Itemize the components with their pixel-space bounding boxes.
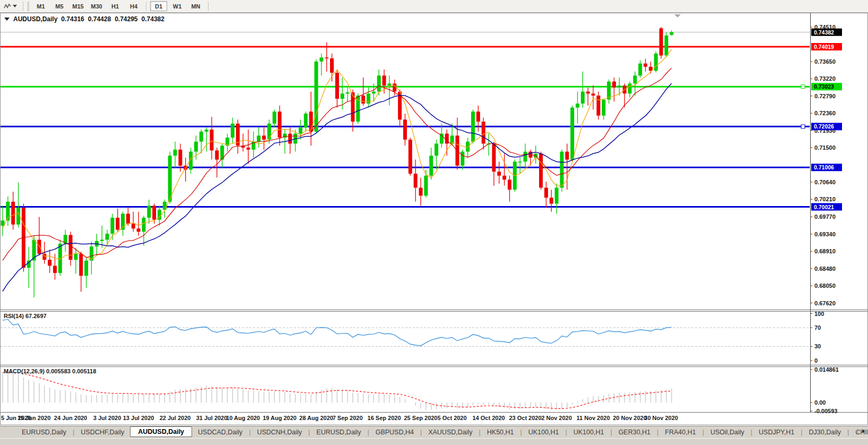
chart-tab-hk50-h1[interactable]: HK50,H1 — [481, 427, 520, 437]
svg-text:16 Sep 2020: 16 Sep 2020 — [368, 415, 401, 421]
draw-tool-button[interactable] — [0, 1, 21, 12]
svg-text:25 Sep 2020: 25 Sep 2020 — [404, 415, 438, 421]
toolbar-separator — [23, 2, 23, 11]
svg-text:11 Nov 2020: 11 Nov 2020 — [577, 415, 610, 421]
svg-text:0.73220: 0.73220 — [814, 75, 836, 82]
svg-text:0: 0 — [814, 357, 818, 364]
chart-tab-fra40-h1[interactable]: FRA40,H1 — [659, 427, 701, 437]
chart-tabs: EURUSD,Daily|USDCHF,DailyAUDUSD,DailyUSD… — [16, 427, 868, 438]
chart-tab-usdcnh-daily[interactable]: USDCNH,Daily — [251, 427, 308, 437]
svg-text:19 Aug 2020: 19 Aug 2020 — [263, 415, 297, 421]
svg-text:5 Oct 2020: 5 Oct 2020 — [438, 415, 467, 421]
tab-scroll-arrows — [855, 429, 865, 433]
scroll-left-icon[interactable] — [855, 429, 858, 433]
status-bar — [0, 438, 868, 445]
zigzag-draw-icon — [4, 3, 11, 10]
svg-text:0.72360: 0.72360 — [814, 110, 836, 116]
chart-tab-usdjpy-h1[interactable]: USDJPY,H1 — [753, 427, 800, 437]
chart-tab-uk100-h1[interactable]: UK100,H1 — [568, 427, 610, 437]
svg-text:0.70640: 0.70640 — [814, 179, 836, 185]
svg-text:0.71500: 0.71500 — [814, 144, 836, 151]
svg-text:0.70021: 0.70021 — [814, 204, 834, 210]
svg-text:20 Nov 2020: 20 Nov 2020 — [613, 415, 647, 421]
svg-text:15 Jun 2020: 15 Jun 2020 — [18, 415, 50, 421]
svg-text:0.74382: 0.74382 — [814, 29, 834, 36]
svg-text:0.67620: 0.67620 — [814, 300, 836, 306]
svg-text:0.71006: 0.71006 — [814, 164, 834, 170]
svg-text:3 Jul 2020: 3 Jul 2020 — [93, 415, 121, 421]
timeframe-button-h1[interactable]: H1 — [107, 1, 124, 11]
chart-tab-usdchf-daily[interactable]: USDCHF,Daily — [75, 427, 130, 437]
svg-text:22 Jul 2020: 22 Jul 2020 — [160, 415, 191, 421]
svg-text:0.70210: 0.70210 — [814, 196, 836, 202]
rsi-indicator-label: RSI(14) 67.2697 — [4, 313, 47, 319]
chart-canvas[interactable]: 0.745100.736500.732200.727900.723600.719… — [0, 0, 868, 426]
svg-text:0.68910: 0.68910 — [814, 248, 836, 254]
ohlc-close-value: 0.74382 — [142, 15, 164, 23]
svg-text:7 Sep 2020: 7 Sep 2020 — [333, 415, 363, 421]
date-axis: 5 Jun 202015 Jun 202024 Jun 20203 Jul 20… — [1, 415, 678, 421]
line-handle[interactable] — [801, 125, 805, 129]
svg-text:0.68480: 0.68480 — [814, 266, 836, 272]
line-handle[interactable] — [801, 85, 805, 89]
toolbar-separator — [208, 2, 209, 11]
timeframe-buttons: M1M5M15M30H1H4D1W1MN — [32, 1, 211, 11]
svg-text:0.72026: 0.72026 — [814, 123, 834, 130]
svg-text:0.73650: 0.73650 — [814, 58, 836, 65]
chart-tab-ger30-h1[interactable]: GER30,H1 — [613, 427, 656, 437]
mt4-terminal-window: M1M5M15M30H1H4D1W1MN 0.745100.736500.732… — [0, 0, 868, 445]
svg-text:10 Aug 2020: 10 Aug 2020 — [226, 415, 260, 421]
macd-indicator-label: MACD(12,26,9) 0.005583 0.005118 — [4, 368, 96, 374]
svg-text:24 Jun 2020: 24 Jun 2020 — [54, 415, 87, 421]
timeframe-button-m1[interactable]: M1 — [32, 1, 49, 11]
timeframe-button-m15[interactable]: M15 — [70, 1, 86, 11]
svg-text:2 Nov 2020: 2 Nov 2020 — [541, 415, 571, 421]
svg-text:30: 30 — [814, 343, 821, 349]
timeframe-button-h4[interactable]: H4 — [125, 1, 142, 11]
svg-text:30 Nov 2020: 30 Nov 2020 — [644, 415, 678, 421]
svg-text:31 Jul 2020: 31 Jul 2020 — [196, 415, 228, 421]
svg-text:13 Jul 2020: 13 Jul 2020 — [123, 415, 154, 421]
timeframe-button-mn[interactable]: MN — [187, 1, 204, 11]
chart-tab-gbpusd-h4[interactable]: GBPUSD,H4 — [370, 427, 420, 437]
scroll-right-icon[interactable] — [862, 429, 865, 433]
svg-text:0.74019: 0.74019 — [814, 44, 834, 50]
timeframes-toolbar: M1M5M15M30H1H4D1W1MN — [0, 0, 868, 13]
svg-text:0.68050: 0.68050 — [814, 283, 836, 289]
chart-tab-eurusd-daily[interactable]: EURUSD,Daily — [16, 427, 72, 437]
chart-tab-uk100-h1[interactable]: UK100,H1 — [523, 427, 565, 437]
chart-tabbar: EURUSD,Daily|USDCHF,DailyAUDUSD,DailyUSD… — [0, 426, 868, 438]
svg-text:0.73023: 0.73023 — [814, 83, 834, 90]
chart-tab-audusd-daily[interactable]: AUDUSD,Daily — [130, 426, 192, 437]
chart-symbol-label: AUDUSD,Daily — [13, 15, 57, 23]
timeframe-button-m30[interactable]: M30 — [88, 1, 105, 11]
svg-text:0.72790: 0.72790 — [814, 93, 836, 99]
timeframe-button-w1[interactable]: W1 — [169, 1, 186, 11]
timeframe-button-d1[interactable]: D1 — [150, 1, 167, 11]
svg-text:0.69340: 0.69340 — [814, 231, 836, 237]
svg-text:0.014861: 0.014861 — [814, 366, 839, 373]
ohlc-low-value: 0.74295 — [115, 15, 137, 23]
svg-text:14 Oct 2020: 14 Oct 2020 — [472, 415, 505, 421]
triangle-down-icon — [4, 18, 10, 21]
chevron-down-icon — [13, 5, 17, 7]
timeframe-button-m5[interactable]: M5 — [51, 1, 68, 11]
svg-text:100: 100 — [814, 311, 824, 317]
chart-tab-dj30-daily[interactable]: DJ30,Daily — [803, 427, 847, 437]
svg-text:0.69770: 0.69770 — [814, 213, 836, 220]
svg-text:28 Aug 2020: 28 Aug 2020 — [299, 415, 333, 421]
chart-tab-xauusd-daily[interactable]: XAUUSD,Daily — [422, 427, 478, 437]
toolbar-separator — [146, 2, 146, 11]
svg-text:23 Oct 2020: 23 Oct 2020 — [509, 415, 541, 421]
svg-text:70: 70 — [814, 324, 821, 331]
toolbar-grip-handle[interactable] — [27, 2, 29, 11]
ohlc-high-value: 0.74428 — [88, 15, 111, 23]
svg-text:0.00: 0.00 — [814, 399, 826, 406]
svg-text:-0.00593: -0.00593 — [814, 408, 837, 414]
chart-tab-eurusd-daily[interactable]: EURUSD,Daily — [310, 427, 367, 437]
chart-tab-usoil-daily[interactable]: USOil,Daily — [705, 427, 750, 437]
ohlc-open-value: 0.74316 — [61, 15, 84, 23]
chart-title: AUDUSD,Daily 0.74316 0.74428 0.74295 0.7… — [4, 15, 164, 23]
chart-tab-usdcad-daily[interactable]: USDCAD,Daily — [192, 427, 248, 437]
